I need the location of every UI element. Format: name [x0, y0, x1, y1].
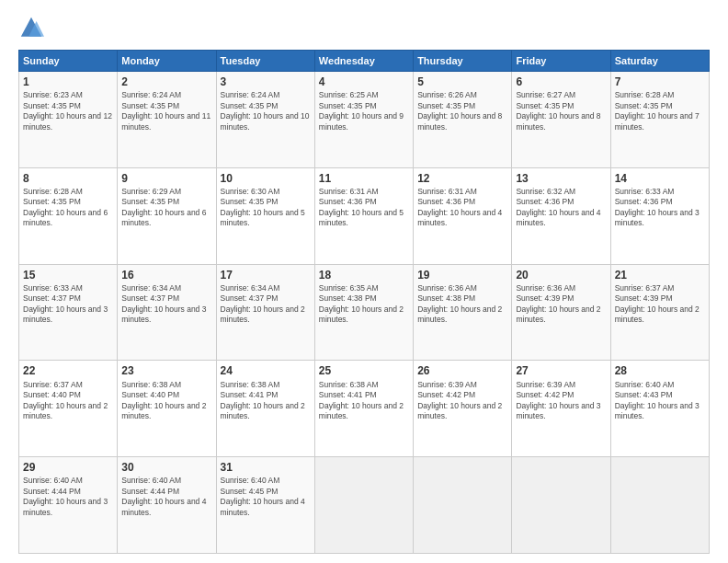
col-header-tuesday: Tuesday — [216, 51, 314, 72]
day-number: 9 — [121, 171, 211, 186]
day-number: 31 — [221, 460, 311, 475]
calendar-cell — [512, 457, 610, 554]
calendar-cell: 12Sunrise: 6:31 AMSunset: 4:36 PMDayligh… — [414, 167, 512, 264]
calendar-cell: 29Sunrise: 6:40 AMSunset: 4:44 PMDayligh… — [19, 457, 118, 554]
calendar-table: SundayMondayTuesdayWednesdayThursdayFrid… — [18, 50, 710, 554]
calendar-week-2: 8Sunrise: 6:28 AMSunset: 4:35 PMDaylight… — [19, 167, 710, 264]
day-number: 15 — [23, 268, 113, 282]
day-number: 12 — [417, 171, 507, 186]
calendar-cell: 24Sunrise: 6:38 AMSunset: 4:41 PMDayligh… — [216, 361, 314, 457]
calendar-cell: 8Sunrise: 6:28 AMSunset: 4:35 PMDaylight… — [19, 167, 118, 264]
calendar-week-4: 22Sunrise: 6:37 AMSunset: 4:40 PMDayligh… — [19, 361, 710, 457]
day-number: 16 — [121, 268, 211, 282]
day-number: 7 — [615, 75, 705, 89]
header — [18, 15, 710, 40]
day-number: 1 — [23, 75, 113, 89]
day-number: 28 — [615, 363, 705, 378]
calendar-cell: 20Sunrise: 6:36 AMSunset: 4:39 PMDayligh… — [512, 264, 610, 361]
day-number: 24 — [221, 363, 311, 378]
day-number: 3 — [221, 75, 311, 89]
day-info: Sunrise: 6:25 AMSunset: 4:35 PMDaylight:… — [319, 90, 409, 132]
col-header-thursday: Thursday — [414, 51, 512, 72]
col-header-monday: Monday — [118, 51, 216, 72]
calendar-cell: 11Sunrise: 6:31 AMSunset: 4:36 PMDayligh… — [314, 167, 413, 264]
calendar-cell: 17Sunrise: 6:34 AMSunset: 4:37 PMDayligh… — [216, 264, 314, 361]
calendar-cell: 26Sunrise: 6:39 AMSunset: 4:42 PMDayligh… — [414, 361, 512, 457]
day-number: 6 — [516, 75, 606, 89]
day-number: 8 — [23, 171, 113, 186]
day-number: 5 — [417, 75, 507, 89]
calendar-cell — [314, 457, 413, 554]
day-info: Sunrise: 6:40 AMSunset: 4:43 PMDaylight:… — [615, 380, 705, 422]
day-number: 27 — [516, 363, 606, 378]
day-number: 14 — [615, 171, 705, 186]
day-info: Sunrise: 6:23 AMSunset: 4:35 PMDaylight:… — [23, 90, 113, 132]
page: SundayMondayTuesdayWednesdayThursdayFrid… — [0, 0, 728, 563]
day-number: 26 — [417, 363, 507, 378]
day-info: Sunrise: 6:33 AMSunset: 4:37 PMDaylight:… — [23, 283, 113, 326]
day-info: Sunrise: 6:35 AMSunset: 4:38 PMDaylight:… — [319, 283, 409, 326]
day-info: Sunrise: 6:38 AMSunset: 4:41 PMDaylight:… — [221, 380, 311, 422]
day-number: 13 — [516, 171, 606, 186]
day-number: 29 — [23, 460, 113, 475]
day-number: 18 — [319, 268, 409, 282]
day-info: Sunrise: 6:37 AMSunset: 4:39 PMDaylight:… — [615, 283, 705, 326]
calendar-cell: 9Sunrise: 6:29 AMSunset: 4:35 PMDaylight… — [118, 167, 216, 264]
day-info: Sunrise: 6:40 AMSunset: 4:44 PMDaylight:… — [121, 476, 211, 518]
day-info: Sunrise: 6:24 AMSunset: 4:35 PMDaylight:… — [121, 90, 211, 132]
calendar-week-5: 29Sunrise: 6:40 AMSunset: 4:44 PMDayligh… — [19, 457, 710, 554]
calendar-cell: 21Sunrise: 6:37 AMSunset: 4:39 PMDayligh… — [610, 264, 709, 361]
day-info: Sunrise: 6:38 AMSunset: 4:40 PMDaylight:… — [121, 380, 211, 422]
day-info: Sunrise: 6:40 AMSunset: 4:45 PMDaylight:… — [221, 476, 311, 518]
col-header-wednesday: Wednesday — [314, 51, 413, 72]
day-info: Sunrise: 6:39 AMSunset: 4:42 PMDaylight:… — [417, 380, 507, 422]
calendar-cell: 18Sunrise: 6:35 AMSunset: 4:38 PMDayligh… — [314, 264, 413, 361]
day-info: Sunrise: 6:31 AMSunset: 4:36 PMDaylight:… — [417, 187, 507, 229]
calendar-cell — [610, 457, 709, 554]
day-info: Sunrise: 6:36 AMSunset: 4:38 PMDaylight:… — [417, 283, 507, 326]
day-info: Sunrise: 6:27 AMSunset: 4:35 PMDaylight:… — [516, 90, 606, 132]
calendar-cell: 5Sunrise: 6:26 AMSunset: 4:35 PMDaylight… — [414, 72, 512, 168]
day-info: Sunrise: 6:26 AMSunset: 4:35 PMDaylight:… — [417, 90, 507, 132]
day-info: Sunrise: 6:32 AMSunset: 4:36 PMDaylight:… — [516, 187, 606, 229]
day-number: 20 — [516, 268, 606, 282]
day-number: 30 — [121, 460, 211, 475]
day-number: 2 — [121, 75, 211, 89]
calendar-week-3: 15Sunrise: 6:33 AMSunset: 4:37 PMDayligh… — [19, 264, 710, 361]
day-info: Sunrise: 6:39 AMSunset: 4:42 PMDaylight:… — [516, 380, 606, 422]
logo-icon — [18, 15, 44, 40]
day-info: Sunrise: 6:33 AMSunset: 4:36 PMDaylight:… — [615, 187, 705, 229]
calendar-cell: 23Sunrise: 6:38 AMSunset: 4:40 PMDayligh… — [118, 361, 216, 457]
calendar-cell: 10Sunrise: 6:30 AMSunset: 4:35 PMDayligh… — [216, 167, 314, 264]
day-info: Sunrise: 6:28 AMSunset: 4:35 PMDaylight:… — [23, 187, 113, 229]
calendar-cell: 28Sunrise: 6:40 AMSunset: 4:43 PMDayligh… — [610, 361, 709, 457]
calendar-week-1: 1Sunrise: 6:23 AMSunset: 4:35 PMDaylight… — [19, 72, 710, 168]
calendar-cell: 14Sunrise: 6:33 AMSunset: 4:36 PMDayligh… — [610, 167, 709, 264]
calendar-cell: 6Sunrise: 6:27 AMSunset: 4:35 PMDaylight… — [512, 72, 610, 168]
calendar-cell: 25Sunrise: 6:38 AMSunset: 4:41 PMDayligh… — [314, 361, 413, 457]
day-number: 10 — [221, 171, 311, 186]
day-info: Sunrise: 6:28 AMSunset: 4:35 PMDaylight:… — [615, 90, 705, 132]
day-number: 17 — [221, 268, 311, 282]
day-info: Sunrise: 6:30 AMSunset: 4:35 PMDaylight:… — [221, 187, 311, 229]
calendar-header-row: SundayMondayTuesdayWednesdayThursdayFrid… — [19, 51, 710, 72]
calendar-cell: 27Sunrise: 6:39 AMSunset: 4:42 PMDayligh… — [512, 361, 610, 457]
day-info: Sunrise: 6:38 AMSunset: 4:41 PMDaylight:… — [319, 380, 409, 422]
day-number: 21 — [615, 268, 705, 282]
day-info: Sunrise: 6:34 AMSunset: 4:37 PMDaylight:… — [221, 283, 311, 326]
day-info: Sunrise: 6:24 AMSunset: 4:35 PMDaylight:… — [221, 90, 311, 132]
calendar-cell: 16Sunrise: 6:34 AMSunset: 4:37 PMDayligh… — [118, 264, 216, 361]
calendar-cell: 13Sunrise: 6:32 AMSunset: 4:36 PMDayligh… — [512, 167, 610, 264]
calendar-cell: 3Sunrise: 6:24 AMSunset: 4:35 PMDaylight… — [216, 72, 314, 168]
day-number: 25 — [319, 363, 409, 378]
calendar-cell: 7Sunrise: 6:28 AMSunset: 4:35 PMDaylight… — [610, 72, 709, 168]
day-info: Sunrise: 6:34 AMSunset: 4:37 PMDaylight:… — [121, 283, 211, 326]
calendar-cell: 22Sunrise: 6:37 AMSunset: 4:40 PMDayligh… — [19, 361, 118, 457]
day-number: 11 — [319, 171, 409, 186]
col-header-saturday: Saturday — [610, 51, 709, 72]
col-header-sunday: Sunday — [19, 51, 118, 72]
day-info: Sunrise: 6:40 AMSunset: 4:44 PMDaylight:… — [23, 476, 113, 518]
calendar-cell: 30Sunrise: 6:40 AMSunset: 4:44 PMDayligh… — [118, 457, 216, 554]
col-header-friday: Friday — [512, 51, 610, 72]
day-info: Sunrise: 6:37 AMSunset: 4:40 PMDaylight:… — [23, 380, 113, 422]
